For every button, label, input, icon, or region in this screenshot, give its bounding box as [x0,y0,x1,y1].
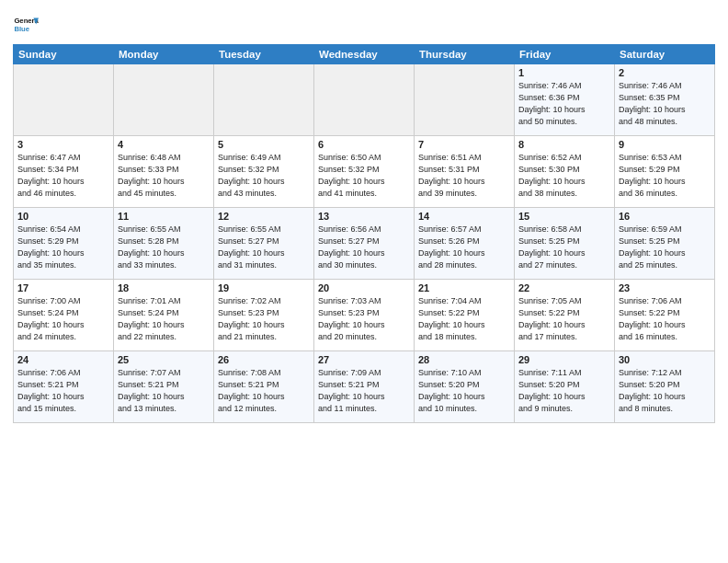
day-cell [214,64,314,136]
day-number: 26 [218,354,310,365]
day-number: 24 [17,354,109,365]
day-cell: 18Sunrise: 7:01 AM Sunset: 5:24 PM Dayli… [114,280,214,351]
day-number: 4 [118,139,210,150]
day-cell: 8Sunrise: 6:52 AM Sunset: 5:30 PM Daylig… [515,136,615,208]
day-number: 17 [17,282,109,293]
day-number: 3 [17,139,109,150]
day-cell: 30Sunrise: 7:12 AM Sunset: 5:20 PM Dayli… [615,351,715,423]
day-cell: 1Sunrise: 7:46 AM Sunset: 6:36 PM Daylig… [515,64,615,136]
calendar-table: Sunday Monday Tuesday Wednesday Thursday… [13,44,715,423]
day-info: Sunrise: 6:54 AM Sunset: 5:29 PM Dayligh… [17,224,109,271]
day-number: 27 [318,354,410,365]
day-cell [314,64,415,136]
week-row: 17Sunrise: 7:00 AM Sunset: 5:24 PM Dayli… [14,280,715,351]
day-cell: 13Sunrise: 6:56 AM Sunset: 5:27 PM Dayli… [314,208,415,280]
col-friday: Friday [515,45,615,64]
week-row: 10Sunrise: 6:54 AM Sunset: 5:29 PM Dayli… [14,208,715,280]
day-cell: 3Sunrise: 6:47 AM Sunset: 5:34 PM Daylig… [14,136,114,208]
day-info: Sunrise: 7:05 AM Sunset: 5:22 PM Dayligh… [518,295,610,343]
day-cell: 25Sunrise: 7:07 AM Sunset: 5:21 PM Dayli… [114,351,214,423]
day-info: Sunrise: 6:56 AM Sunset: 5:27 PM Dayligh… [318,224,410,271]
day-cell: 14Sunrise: 6:57 AM Sunset: 5:26 PM Dayli… [415,208,515,280]
day-number: 14 [418,211,510,222]
day-number: 8 [518,139,610,150]
week-row: 3Sunrise: 6:47 AM Sunset: 5:34 PM Daylig… [14,136,715,208]
day-info: Sunrise: 7:46 AM Sunset: 6:35 PM Dayligh… [619,80,711,128]
col-monday: Monday [114,45,214,64]
day-number: 6 [318,139,410,150]
day-info: Sunrise: 6:57 AM Sunset: 5:26 PM Dayligh… [418,224,510,271]
col-tuesday: Tuesday [214,45,314,64]
day-cell: 15Sunrise: 6:58 AM Sunset: 5:25 PM Dayli… [515,208,615,280]
day-info: Sunrise: 7:03 AM Sunset: 5:23 PM Dayligh… [318,295,410,343]
day-number: 16 [619,211,711,222]
day-number: 18 [118,282,210,293]
day-info: Sunrise: 6:47 AM Sunset: 5:34 PM Dayligh… [17,152,109,200]
day-cell: 11Sunrise: 6:55 AM Sunset: 5:28 PM Dayli… [114,208,214,280]
day-cell: 23Sunrise: 7:06 AM Sunset: 5:22 PM Dayli… [615,280,715,351]
day-cell: 20Sunrise: 7:03 AM Sunset: 5:23 PM Dayli… [314,280,415,351]
svg-text:Blue: Blue [14,25,29,33]
day-info: Sunrise: 7:02 AM Sunset: 5:23 PM Dayligh… [218,295,310,343]
day-cell: 16Sunrise: 6:59 AM Sunset: 5:25 PM Dayli… [615,208,715,280]
day-number: 28 [418,354,510,365]
day-info: Sunrise: 6:51 AM Sunset: 5:31 PM Dayligh… [418,152,510,200]
day-number: 21 [418,282,510,293]
day-number: 15 [518,211,610,222]
header-row: Sunday Monday Tuesday Wednesday Thursday… [14,45,715,64]
day-cell: 2Sunrise: 7:46 AM Sunset: 6:35 PM Daylig… [615,64,715,136]
day-number: 11 [118,211,210,222]
day-info: Sunrise: 7:04 AM Sunset: 5:22 PM Dayligh… [418,295,510,343]
day-number: 12 [218,211,310,222]
day-number: 25 [118,354,210,365]
day-info: Sunrise: 6:55 AM Sunset: 5:27 PM Dayligh… [218,224,310,271]
day-cell: 5Sunrise: 6:49 AM Sunset: 5:32 PM Daylig… [214,136,314,208]
day-info: Sunrise: 7:00 AM Sunset: 5:24 PM Dayligh… [17,295,109,343]
calendar-container: General Blue Sunday Monday Tuesday Wedne… [0,0,728,429]
day-cell: 27Sunrise: 7:09 AM Sunset: 5:21 PM Dayli… [314,351,415,423]
day-number: 13 [318,211,410,222]
day-cell: 12Sunrise: 6:55 AM Sunset: 5:27 PM Dayli… [214,208,314,280]
logo-icon: General Blue [13,13,39,39]
day-info: Sunrise: 7:06 AM Sunset: 5:22 PM Dayligh… [619,295,711,343]
day-info: Sunrise: 7:08 AM Sunset: 5:21 PM Dayligh… [218,367,310,415]
col-saturday: Saturday [615,45,715,64]
day-number: 9 [619,139,711,150]
day-number: 29 [518,354,610,365]
day-info: Sunrise: 6:50 AM Sunset: 5:32 PM Dayligh… [318,152,410,200]
col-wednesday: Wednesday [314,45,415,64]
week-row: 1Sunrise: 7:46 AM Sunset: 6:36 PM Daylig… [14,64,715,136]
day-number: 10 [17,211,109,222]
day-cell: 26Sunrise: 7:08 AM Sunset: 5:21 PM Dayli… [214,351,314,423]
day-info: Sunrise: 7:07 AM Sunset: 5:21 PM Dayligh… [118,367,210,415]
calendar-header: Sunday Monday Tuesday Wednesday Thursday… [14,45,715,64]
day-cell: 4Sunrise: 6:48 AM Sunset: 5:33 PM Daylig… [114,136,214,208]
day-cell [114,64,214,136]
calendar-body: 1Sunrise: 7:46 AM Sunset: 6:36 PM Daylig… [14,64,715,423]
day-info: Sunrise: 7:12 AM Sunset: 5:20 PM Dayligh… [619,367,711,415]
day-info: Sunrise: 7:01 AM Sunset: 5:24 PM Dayligh… [118,295,210,343]
day-number: 2 [619,67,711,78]
col-sunday: Sunday [14,45,114,64]
day-cell: 7Sunrise: 6:51 AM Sunset: 5:31 PM Daylig… [415,136,515,208]
day-cell: 28Sunrise: 7:10 AM Sunset: 5:20 PM Dayli… [415,351,515,423]
day-info: Sunrise: 6:59 AM Sunset: 5:25 PM Dayligh… [619,224,711,271]
day-number: 22 [518,282,610,293]
day-number: 19 [218,282,310,293]
day-info: Sunrise: 7:46 AM Sunset: 6:36 PM Dayligh… [518,80,610,128]
col-thursday: Thursday [415,45,515,64]
day-number: 5 [218,139,310,150]
day-cell: 10Sunrise: 6:54 AM Sunset: 5:29 PM Dayli… [14,208,114,280]
day-info: Sunrise: 7:06 AM Sunset: 5:21 PM Dayligh… [17,367,109,415]
day-cell: 29Sunrise: 7:11 AM Sunset: 5:20 PM Dayli… [515,351,615,423]
day-cell [415,64,515,136]
day-cell: 24Sunrise: 7:06 AM Sunset: 5:21 PM Dayli… [14,351,114,423]
day-number: 20 [318,282,410,293]
week-row: 24Sunrise: 7:06 AM Sunset: 5:21 PM Dayli… [14,351,715,423]
day-info: Sunrise: 7:10 AM Sunset: 5:20 PM Dayligh… [418,367,510,415]
day-cell: 9Sunrise: 6:53 AM Sunset: 5:29 PM Daylig… [615,136,715,208]
day-info: Sunrise: 6:55 AM Sunset: 5:28 PM Dayligh… [118,224,210,271]
day-cell: 22Sunrise: 7:05 AM Sunset: 5:22 PM Dayli… [515,280,615,351]
day-number: 1 [518,67,610,78]
day-info: Sunrise: 6:49 AM Sunset: 5:32 PM Dayligh… [218,152,310,200]
